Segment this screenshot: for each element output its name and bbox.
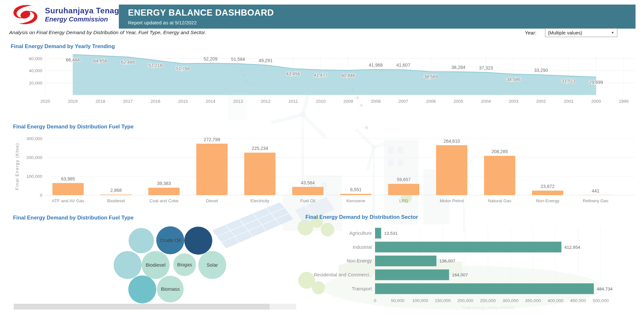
value-label: 272,799 [204, 137, 220, 142]
bubble-label: Solar [206, 262, 218, 268]
report-updated-text: Report updated as at 5/12/2022 [128, 20, 636, 25]
x-axis-tick-label: 300,000 [502, 298, 518, 303]
sector-bar-chart[interactable]: 050,000100,000150,000200,000250,000300,0… [314, 227, 613, 310]
value-label: 39,383 [157, 181, 171, 186]
x-axis-tick-label: 0 [374, 298, 376, 303]
sector-chart-title: Final Energy Demand by Distribution Sect… [305, 214, 418, 220]
horizontal-scrollbar[interactable] [14, 304, 296, 310]
x-axis-category-label: Biodiesel [107, 198, 125, 203]
bar-Agriculture[interactable] [375, 228, 381, 239]
y-axis-tick-label: 200,000 [26, 155, 42, 160]
trending-chart-title: Final Energy Demand by Yearly Trending [11, 43, 115, 49]
suruhanjaya-tenaga-logo: Suruhanjaya Tenaga Energy Commission [8, 3, 124, 27]
bubble-unlabeled[interactable] [128, 275, 156, 303]
bar-Residential and Commerci..[interactable] [375, 270, 449, 280]
scrollbar-thumb[interactable] [14, 304, 270, 310]
x-axis-year-label: 2009 [343, 99, 353, 104]
value-label: 136,007 [440, 259, 455, 263]
value-label: 57,218 [148, 63, 162, 68]
x-axis-category-label: Fuel Oil [300, 198, 315, 203]
row-category-label: Residential and Commerci.. [314, 272, 372, 277]
value-label: 38,284 [452, 65, 466, 70]
x-axis-tick-label: 50,000 [391, 298, 404, 303]
x-axis-tick-label: 500,000 [593, 298, 609, 303]
value-label: 59,657 [397, 177, 411, 182]
bar-LPG[interactable] [388, 184, 419, 195]
x-axis-category-label: Refinery Gas [583, 198, 609, 203]
value-label: 164,007 [452, 272, 468, 277]
bar-Coal and Coke[interactable] [148, 188, 180, 195]
bar-ATF and AV Gas[interactable] [52, 183, 84, 195]
row-category-label: Transport [352, 286, 372, 291]
trending-area[interactable] [73, 55, 596, 95]
x-axis-year-label: 2012 [261, 99, 271, 104]
year-filter-label: Year: [525, 30, 537, 36]
bar-Natural Gas[interactable] [484, 156, 515, 195]
y-axis-title: Final Energy (Ktoe) [15, 143, 20, 190]
x-axis-year-label: 1999 [619, 99, 629, 104]
x-axis-year-label: 2005 [454, 99, 463, 104]
value-label: 62,488 [121, 60, 135, 65]
x-axis-year-label: 2015 [178, 99, 188, 104]
y-axis-tick-label: 100,000 [26, 174, 42, 179]
bar-Kerosene[interactable] [340, 194, 371, 195]
bar-Non-Energy[interactable] [532, 191, 563, 195]
bar-Fuel Oil[interactable] [292, 187, 324, 195]
bar-Motor Petrol[interactable] [436, 145, 467, 195]
bubble-unlabeled[interactable] [129, 228, 154, 253]
logo-swoosh-icon [8, 3, 42, 27]
value-label: 51,584 [231, 57, 245, 62]
value-label: 13,531 [384, 231, 398, 236]
value-label: 33,290 [534, 68, 548, 73]
value-label: 208,285 [491, 149, 508, 154]
fuel-type-bar-chart[interactable]: 300,000200,000100,0000Final Energy (Ktoe… [15, 136, 635, 204]
bar-Transport[interactable] [375, 283, 594, 294]
bar-Biodiesel[interactable] [100, 194, 132, 195]
value-label: 43,584 [301, 180, 315, 185]
header-band: ENERGY BALANCE DASHBOARD Report updated … [119, 5, 636, 29]
x-axis-year-label: 2016 [150, 99, 160, 104]
bubble-unlabeled[interactable] [184, 227, 212, 255]
logo-org-name: Suruhanjaya Tenaga [45, 7, 124, 15]
value-label: 441 [592, 188, 600, 193]
x-axis-tick-label: 150,000 [435, 298, 451, 303]
x-axis-category-label: Coal and Coke [149, 198, 178, 203]
bar-Non-Energy[interactable] [375, 256, 437, 266]
fuel-type-bubble-chart[interactable]: Crude OilBiodieselBiogasSolarBiomass [114, 226, 226, 303]
x-axis-category-label: LPG [399, 198, 408, 203]
value-label: 40,846 [341, 73, 355, 78]
y-axis-tick-label: 20,000 [29, 81, 42, 86]
value-label: 6,551 [350, 187, 361, 192]
value-label: 64,658 [93, 58, 107, 63]
x-axis-year-label: 2014 [206, 99, 216, 104]
x-axis-year-label: 2010 [316, 99, 326, 104]
row-category-label: Industrial [353, 245, 372, 250]
energy-balance-dashboard: Suruhanjaya Tenaga Energy Commission ENE… [0, 0, 644, 319]
value-label: 38,569 [424, 74, 438, 79]
x-axis-tick-label: 100,000 [412, 298, 428, 303]
value-label: 23,872 [541, 184, 555, 189]
bubble-label: Biomass [161, 286, 180, 292]
value-label: 264,610 [443, 139, 460, 144]
x-axis-tick-label: 250,000 [480, 298, 496, 303]
x-axis-category-label: Motor Petrol [440, 198, 464, 203]
logo-org-subtitle: Energy Commission [45, 16, 124, 23]
bubble-unlabeled[interactable] [114, 251, 142, 279]
value-label: 34,586 [507, 77, 521, 82]
dashboard-title: ENERGY BALANCE DASHBOARD [128, 8, 636, 18]
x-axis-category-label: ATF and AV Gas [52, 198, 84, 203]
bar-Diesel[interactable] [196, 144, 228, 195]
value-label: 37,323 [479, 65, 493, 71]
bar-Industrial[interactable] [375, 242, 561, 252]
x-axis-year-label: 2020 [40, 99, 50, 104]
year-filter-dropdown[interactable]: (Multiple values) ▼ [545, 28, 617, 37]
row-category-label: Non-Energy [347, 258, 372, 263]
value-label: 66,484 [66, 57, 80, 62]
chevron-down-icon: ▼ [611, 31, 614, 34]
y-axis-tick-label: 40,000 [29, 68, 42, 73]
x-axis-tick-label: 200,000 [457, 298, 473, 303]
bar-Electricity[interactable] [244, 153, 275, 195]
value-label: 225,234 [252, 146, 268, 151]
value-label: 49,291 [259, 58, 273, 63]
trending-area-chart[interactable]: 2020201920182017201620152014201320122011… [29, 55, 635, 104]
